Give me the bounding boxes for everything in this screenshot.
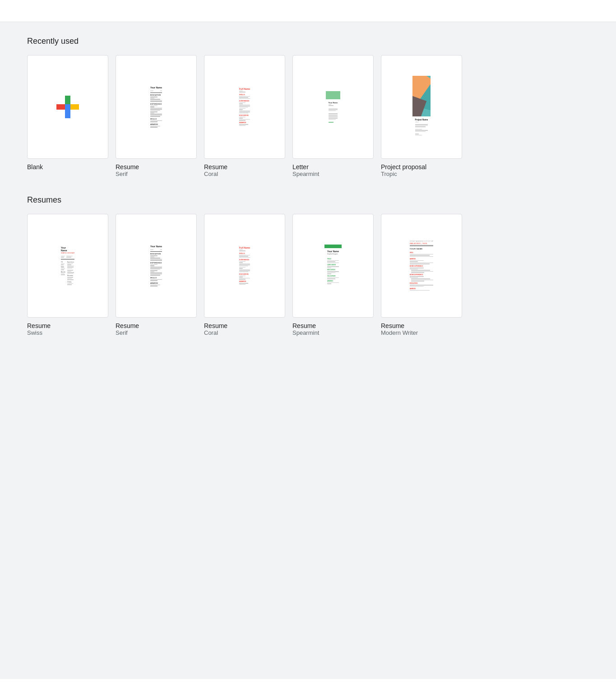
template-thumbnail-resume-coral-recent[interactable]: Full Name Skills Experience Education Aw…: [204, 55, 285, 159]
template-label-letter-spearmint: LetterSpearmint: [292, 163, 374, 177]
template-item-letter-spearmint[interactable]: Your Name LetterSpearmint: [292, 55, 374, 177]
template-subname-project-proposal-tropic: Tropic: [381, 171, 462, 177]
template-name-resume-coral-recent: Resume: [204, 163, 285, 171]
template-name-project-proposal-tropic: Project proposal: [381, 163, 462, 171]
template-name-resume-modern: Resume: [381, 322, 462, 329]
template-name-resume-serif: Resume: [116, 322, 197, 329]
template-label-resume-serif: ResumeSerif: [116, 322, 197, 336]
template-subname-resume-serif: Serif: [116, 329, 197, 336]
template-label-resume-coral-recent: ResumeCoral: [204, 163, 285, 177]
section-recently-used: Recently used Blank Your Name Education …: [27, 37, 589, 177]
template-label-resume-spearmint: ResumeSpearmint: [292, 322, 374, 336]
template-label-resume-coral: ResumeCoral: [204, 322, 285, 336]
template-name-resume-spearmint: Resume: [292, 322, 374, 329]
template-thumbnail-project-proposal-tropic[interactable]: Project Name: [381, 55, 462, 159]
template-name-blank: Blank: [27, 163, 108, 171]
template-name-resume-serif-recent: Resume: [116, 163, 197, 171]
template-subname-resume-modern: Modern Writer: [381, 329, 462, 336]
template-subname-resume-spearmint: Spearmint: [292, 329, 374, 336]
template-item-resume-serif-recent[interactable]: Your Name Education Experience Skills Aw…: [116, 55, 197, 177]
template-label-resume-modern: ResumeModern Writer: [381, 322, 462, 336]
template-label-resume-swiss: ResumeSwiss: [27, 322, 108, 336]
template-item-resume-serif[interactable]: Your Name Education Experience Skills Aw…: [116, 214, 197, 336]
template-name-letter-spearmint: Letter: [292, 163, 374, 171]
templates-grid-resumes: YourName GRAPHIC DESIGNER TO Skills Awar…: [27, 214, 589, 336]
template-thumbnail-resume-coral[interactable]: Full Name Skills Experience Education Aw…: [204, 214, 285, 318]
template-thumbnail-resume-serif-recent[interactable]: Your Name Education Experience Skills Aw…: [116, 55, 197, 159]
template-item-resume-swiss[interactable]: YourName GRAPHIC DESIGNER TO Skills Awar…: [27, 214, 108, 336]
template-item-blank[interactable]: Blank: [27, 55, 108, 177]
template-thumbnail-letter-spearmint[interactable]: Your Name: [292, 55, 374, 159]
template-thumbnail-resume-spearmint[interactable]: Your Name Graphic Designer FIELD LANGUAG…: [292, 214, 374, 318]
template-thumbnail-resume-serif[interactable]: Your Name Education Experience Skills Aw…: [116, 214, 197, 318]
header: [0, 0, 616, 22]
section-resumes: Resumes YourName GRAPHIC DESIGNER TO Ski…: [27, 195, 589, 336]
template-name-resume-coral: Resume: [204, 322, 285, 329]
template-subname-resume-swiss: Swiss: [27, 329, 108, 336]
template-item-resume-spearmint[interactable]: Your Name Graphic Designer FIELD LANGUAG…: [292, 214, 374, 336]
template-subname-resume-coral-recent: Coral: [204, 171, 285, 177]
template-item-resume-coral-recent[interactable]: Full Name Skills Experience Education Aw…: [204, 55, 285, 177]
section-title-recently-used: Recently used: [27, 37, 589, 46]
template-thumbnail-resume-swiss[interactable]: YourName GRAPHIC DESIGNER TO Skills Awar…: [27, 214, 108, 318]
section-title-resumes: Resumes: [27, 195, 589, 205]
template-item-resume-modern[interactable]: STREET ADDRESS CITY ST ZIP EMAIL ADDRESS…: [381, 214, 462, 336]
template-subname-resume-serif-recent: Serif: [116, 171, 197, 177]
template-label-resume-serif-recent: ResumeSerif: [116, 163, 197, 177]
template-thumbnail-resume-modern[interactable]: STREET ADDRESS CITY ST ZIP EMAIL ADDRESS…: [381, 214, 462, 318]
gallery-container: Recently used Blank Your Name Education …: [0, 22, 616, 679]
template-label-blank: Blank: [27, 163, 108, 171]
template-label-project-proposal-tropic: Project proposalTropic: [381, 163, 462, 177]
template-thumbnail-blank[interactable]: [27, 55, 108, 159]
template-item-project-proposal-tropic[interactable]: Project Name Project proposalTropic: [381, 55, 462, 177]
template-item-resume-coral[interactable]: Full Name Skills Experience Education Aw…: [204, 214, 285, 336]
template-subname-letter-spearmint: Spearmint: [292, 171, 374, 177]
template-name-resume-swiss: Resume: [27, 322, 108, 329]
templates-grid-recently-used: Blank Your Name Education Experience Ski…: [27, 55, 589, 177]
template-subname-resume-coral: Coral: [204, 329, 285, 336]
